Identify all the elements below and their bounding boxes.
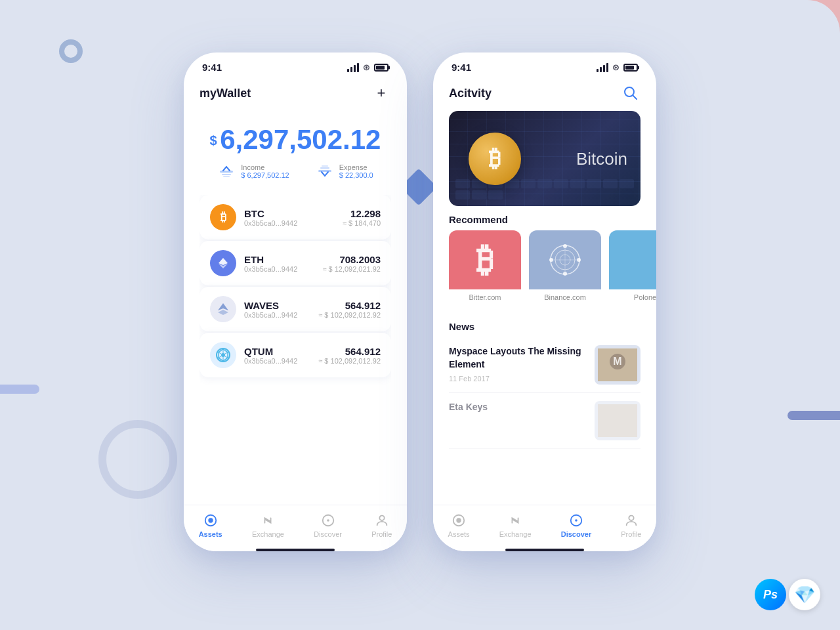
recommend-scroll: ₿ Bitter.com bbox=[433, 230, 656, 313]
eth-name: ETH bbox=[244, 254, 314, 265]
nav-profile-label-2: Profile bbox=[621, 530, 641, 538]
svg-rect-0 bbox=[220, 171, 233, 173]
btc-value: 12.298 ≈ $ 184,470 bbox=[343, 208, 381, 227]
battery-icon-2 bbox=[623, 64, 638, 72]
balance-amount: 6,297,502.12 bbox=[220, 124, 381, 155]
activity-scroll: Recommend ₿ Bitter.com bbox=[433, 206, 656, 505]
signal-icon-2 bbox=[597, 63, 608, 72]
eth-usd: ≈ $ 12,092,021.92 bbox=[322, 265, 381, 273]
status-icons-2: ⊛ bbox=[597, 62, 638, 72]
expense-icon bbox=[316, 165, 334, 178]
coin-card-eth[interactable]: ETH 0x3b5ca0...9442 708.2003 ≈ $ 12,092,… bbox=[200, 241, 391, 285]
bitcoin-hero-text: Bitcoin bbox=[576, 148, 627, 169]
income-info: Income $ 6,297,502.12 bbox=[241, 163, 289, 179]
wallet-content: myWallet + $ 6,297,502.12 bbox=[184, 78, 407, 505]
corner-badges: Ps 💎 bbox=[755, 579, 820, 610]
wifi-icon: ⊛ bbox=[363, 62, 370, 72]
nav-discover-2[interactable]: Discover bbox=[561, 513, 591, 538]
bg-decoration-arc bbox=[755, 0, 840, 85]
svg-rect-38 bbox=[598, 404, 637, 437]
waves-amount: 564.912 bbox=[318, 300, 381, 311]
phones-container: 9:41 ⊛ myWallet + $ 6,2 bbox=[184, 52, 656, 551]
recommend-card-bitter[interactable]: ₿ Bitter.com bbox=[449, 230, 521, 305]
binance-img bbox=[529, 230, 601, 289]
coin-list: ₿ BTC 0x3b5ca0...9442 12.298 ≈ $ 184,470 bbox=[200, 195, 391, 505]
coin-card-qtum[interactable]: QTUM 0x3b5ca0...9442 564.912 ≈ $ 102,092… bbox=[200, 333, 391, 377]
news-item-1[interactable]: Myspace Layouts The Missing Element 11 F… bbox=[449, 337, 640, 393]
news-title-1: Myspace Layouts The Missing Element bbox=[449, 345, 587, 371]
nav-exchange-2[interactable]: Exchange bbox=[499, 513, 532, 538]
bg-decoration-bar-right bbox=[788, 411, 840, 420]
bitter-name: Bitter.com bbox=[449, 289, 521, 305]
news-item-2[interactable]: Eta Keys bbox=[449, 393, 640, 449]
qtum-usd: ≈ $ 102,092,012.92 bbox=[318, 357, 381, 365]
eth-amount: 708.2003 bbox=[322, 254, 381, 265]
signal-icon bbox=[347, 63, 359, 72]
balance-display: $ 6,297,502.12 bbox=[200, 124, 391, 156]
wifi-icon-2: ⊛ bbox=[612, 62, 620, 72]
activity-title: Acitvity bbox=[449, 87, 492, 100]
sketch-badge: 💎 bbox=[789, 579, 820, 610]
svg-point-12 bbox=[221, 353, 225, 357]
nav-profile-1[interactable]: Profile bbox=[371, 513, 392, 538]
svg-point-31 bbox=[563, 244, 567, 248]
nav-discover-1[interactable]: Discover bbox=[314, 513, 342, 538]
polone-name: Polone bbox=[609, 289, 656, 305]
svg-point-23 bbox=[379, 516, 384, 520]
qtum-icon bbox=[210, 342, 236, 368]
photoshop-badge: Ps bbox=[755, 579, 786, 610]
svg-rect-4 bbox=[320, 167, 329, 169]
hero-bitcoin-card[interactable]: ₿ Bitcoin bbox=[449, 111, 640, 206]
nav-exchange-1[interactable]: Exchange bbox=[252, 513, 284, 538]
news-thumb-1: M bbox=[595, 345, 640, 385]
waves-info: WAVES 0x3b5ca0...9442 bbox=[244, 300, 310, 319]
bg-decoration-circle bbox=[59, 39, 83, 63]
search-button[interactable] bbox=[621, 83, 640, 103]
svg-point-34 bbox=[549, 258, 553, 262]
waves-address: 0x3b5ca0...9442 bbox=[244, 311, 310, 319]
status-icons-1: ⊛ bbox=[347, 62, 388, 72]
income-icon bbox=[217, 165, 236, 178]
expense-stat: Expense $ 22,300.0 bbox=[316, 163, 373, 179]
waves-name: WAVES bbox=[244, 300, 310, 311]
income-value: $ 6,297,502.12 bbox=[241, 171, 289, 179]
phone-wallet: 9:41 ⊛ myWallet + $ 6,2 bbox=[184, 52, 407, 551]
expense-label: Expense bbox=[339, 163, 373, 171]
news-date-1: 11 Feb 2017 bbox=[449, 375, 587, 383]
nav-assets-2[interactable]: Assets bbox=[448, 513, 470, 538]
news-section: Myspace Layouts The Missing Element 11 F… bbox=[433, 337, 656, 449]
activity-header: Acitvity bbox=[433, 78, 656, 111]
qtum-address: 0x3b5ca0...9442 bbox=[244, 357, 310, 365]
qtum-value: 564.912 ≈ $ 102,092,012.92 bbox=[318, 346, 381, 365]
balance-section: $ 6,297,502.12 bbox=[200, 114, 391, 195]
expense-value: $ 22,300.0 bbox=[339, 171, 373, 179]
svg-point-33 bbox=[563, 272, 567, 276]
expense-info: Expense $ 22,300.0 bbox=[339, 163, 373, 179]
add-button[interactable]: + bbox=[371, 83, 391, 103]
qtum-info: QTUM 0x3b5ca0...9442 bbox=[244, 346, 310, 365]
qtum-amount: 564.912 bbox=[318, 346, 381, 357]
nav-profile-2[interactable]: Profile bbox=[621, 513, 641, 538]
wallet-title: myWallet bbox=[200, 87, 251, 100]
nav-indicator-1 bbox=[256, 549, 335, 551]
svg-point-20 bbox=[208, 518, 213, 522]
svg-point-32 bbox=[577, 258, 581, 262]
coin-card-btc[interactable]: ₿ BTC 0x3b5ca0...9442 12.298 ≈ $ 184,470 bbox=[200, 195, 391, 240]
status-time-2: 9:41 bbox=[452, 62, 471, 73]
nav-assets-label-1: Assets bbox=[199, 530, 222, 538]
news-text-1: Myspace Layouts The Missing Element 11 F… bbox=[449, 345, 587, 383]
recommend-card-polone[interactable]: Polone bbox=[609, 230, 656, 305]
svg-point-42 bbox=[575, 519, 578, 522]
btc-info: BTC 0x3b5ca0...9442 bbox=[244, 208, 335, 227]
binance-name: Binance.com bbox=[529, 289, 601, 305]
nav-assets-1[interactable]: Assets bbox=[199, 513, 222, 538]
waves-value: 564.912 ≈ $ 102,092,012.92 bbox=[318, 300, 381, 319]
svg-line-25 bbox=[633, 95, 637, 99]
btc-address: 0x3b5ca0...9442 bbox=[244, 219, 335, 227]
coin-card-waves[interactable]: WAVES 0x3b5ca0...9442 564.912 ≈ $ 102,09… bbox=[200, 287, 391, 331]
keyboard-keys bbox=[449, 179, 640, 200]
nav-discover-label-2: Discover bbox=[561, 530, 591, 538]
news-text-2: Eta Keys bbox=[449, 401, 587, 418]
recommend-card-binance[interactable]: Binance.com bbox=[529, 230, 601, 305]
nav-assets-label-2: Assets bbox=[448, 530, 470, 538]
